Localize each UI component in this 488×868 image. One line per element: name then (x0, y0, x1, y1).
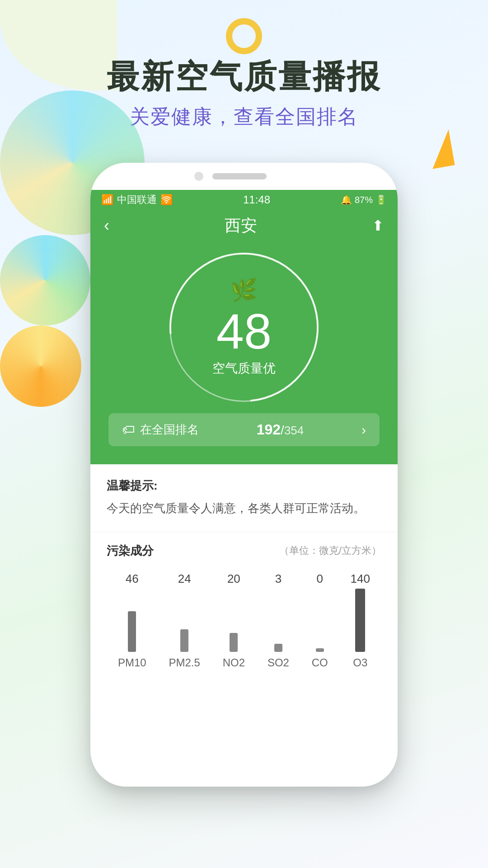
battery-icon: 🔋 (375, 194, 387, 205)
ranking-label: 在全国排名 (140, 422, 199, 438)
pollutant-item: 20NO2 (223, 572, 245, 669)
pollutants-title: 污染成分 (107, 543, 154, 559)
signal-icon: 📶 (101, 194, 113, 206)
battery-percent: 87% (355, 195, 373, 205)
pollutants-unit: （单位：微克/立方米） (279, 544, 381, 557)
pollutant-value: 140 (351, 572, 370, 586)
phone-speaker (212, 173, 267, 179)
leaf-icon: 🌿 (212, 278, 276, 303)
pollutant-bar (230, 633, 238, 652)
ranking-bar[interactable]: 🏷 在全国排名 192/354 › (108, 413, 380, 446)
status-bar: 📶 中国联通 🛜 11:48 🔔 87% 🔋 (90, 190, 398, 210)
pollutant-item: 46PM10 (118, 572, 146, 669)
pollutant-bar (128, 611, 136, 652)
app-city-title: 西安 (225, 215, 257, 237)
aqi-number: 48 (212, 307, 276, 356)
pollutant-value: 46 (126, 572, 139, 586)
pollutant-item: 3SO2 (267, 572, 289, 669)
chevron-right-icon: › (361, 422, 366, 438)
phone-mockup: 📶 中国联通 🛜 11:48 🔔 87% 🔋 ‹ 西安 ⬆ 🌿 48 空气质量优 (90, 163, 398, 787)
bg-circle-bottom-left (0, 326, 81, 407)
pollutant-value: 20 (227, 572, 240, 586)
pollutant-item: 0CO (312, 572, 328, 669)
pollutant-bar (316, 648, 324, 652)
tip-content: 今天的空气质量令人满意，各类人群可正常活动。 (107, 499, 381, 518)
tip-section: 温馨提示: 今天的空气质量令人满意，各类人群可正常活动。 (90, 464, 398, 532)
pollutant-bar (355, 589, 365, 652)
status-left: 📶 中国联通 🛜 (101, 193, 173, 207)
pollutant-name: PM2.5 (169, 656, 200, 669)
ranking-numbers: 192/354 (257, 421, 304, 438)
bookmark-icon: 🏷 (122, 422, 135, 437)
pollutant-name: PM10 (118, 656, 146, 669)
tip-title: 温馨提示: (107, 478, 381, 494)
pollutant-bar-container (180, 589, 188, 652)
pollutant-value: 24 (178, 572, 191, 586)
main-title: 最新空气质量播报 (0, 59, 488, 94)
pollutant-item: 24PM2.5 (169, 572, 200, 669)
aqi-section: 🌿 48 空气质量优 🏷 在全国排名 192/354 › (90, 241, 398, 464)
pollutant-bar-container (230, 589, 238, 652)
pollutant-name: NO2 (223, 656, 245, 669)
triangle-decoration (426, 129, 455, 169)
app-header: ‹ 西安 ⬆ (90, 210, 398, 241)
ranking-current: 192 (257, 421, 281, 438)
pollutants-header: 污染成分 （单位：微克/立方米） (107, 543, 381, 559)
pollutant-bar-container (274, 589, 282, 652)
pollutant-name: O3 (353, 656, 367, 669)
bg-circle-right (0, 235, 90, 326)
pollutant-bar-container (316, 589, 324, 652)
pollutant-name: SO2 (267, 656, 289, 669)
alarm-icon: 🔔 (341, 194, 352, 205)
phone-camera (194, 172, 203, 181)
aqi-inner-content: 🌿 48 空气质量优 (212, 278, 276, 377)
wifi-icon: 🛜 (160, 194, 173, 206)
pollutant-bar-container (355, 589, 365, 652)
ranking-total: 354 (284, 424, 304, 437)
aqi-quality-label: 空气质量优 (212, 360, 276, 377)
back-button[interactable]: ‹ (104, 216, 109, 235)
status-time: 11:48 (243, 193, 270, 206)
carrier-name: 中国联通 (117, 193, 157, 207)
pollutant-bar (180, 629, 188, 652)
pollutant-value: 0 (317, 572, 323, 586)
ranking-separator: / (281, 423, 284, 437)
aqi-circle: 🌿 48 空气质量优 (167, 250, 321, 404)
phone-top-bar (90, 163, 398, 190)
pollutant-value: 3 (275, 572, 282, 586)
gold-ring-decoration (226, 18, 262, 54)
pollutant-name: CO (312, 656, 328, 669)
pollutants-section: 污染成分 （单位：微克/立方米） 46PM1024PM2.520NO23SO20… (90, 532, 398, 683)
pollutant-bar-container (128, 589, 136, 652)
pollutant-bar (274, 644, 282, 652)
ranking-left: 🏷 在全国排名 (122, 422, 199, 438)
share-button[interactable]: ⬆ (372, 217, 384, 234)
pollutants-grid: 46PM1024PM2.520NO23SO20CO140O3 (107, 570, 381, 669)
pollutant-item: 140O3 (351, 572, 370, 669)
status-right: 🔔 87% 🔋 (341, 194, 387, 205)
